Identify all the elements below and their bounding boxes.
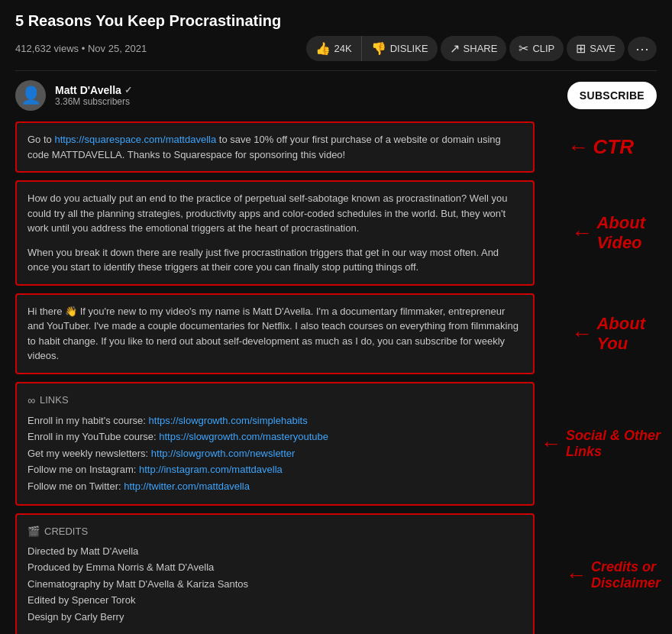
clip-label: CLIP	[532, 43, 554, 54]
upload-date: Nov 25, 2021	[88, 43, 147, 54]
link-item: Enroll in my habit's course: https://slo…	[27, 413, 522, 429]
about-video-box: How do you actually put an end to the pr…	[15, 180, 535, 286]
about-video-wrapper: How do you actually put an end to the pr…	[15, 180, 535, 286]
clip-button[interactable]: ✂ CLIP	[509, 36, 564, 61]
avatar[interactable]: 👤	[15, 80, 46, 111]
clapperboard-icon: 🎬	[27, 524, 40, 539]
channel-info-left: 👤 Matt D'Avella ✓ 3.36M subscribers	[15, 80, 132, 111]
about-you-label-line2: You	[596, 334, 645, 354]
link-url[interactable]: http://instagram.com/mattdavella	[139, 464, 283, 475]
verified-icon: ✓	[124, 85, 132, 95]
about-you-label-line1: About	[596, 314, 645, 334]
video-meta: 412,632 views • Nov 25, 2021	[15, 43, 147, 54]
about-you-wrapper: Hi there 👋 If you're new to my video's m…	[15, 293, 535, 374]
about-video-label-line1: About	[596, 213, 645, 233]
about-you-arrow-icon: ←	[570, 322, 592, 346]
links-label-line1: Social & Other	[566, 428, 661, 444]
share-button[interactable]: ↗ SHARE	[441, 36, 507, 61]
channel-info: Matt D'Avella ✓ 3.36M subscribers	[55, 84, 132, 107]
save-button[interactable]: ⊞ SAVE	[567, 36, 625, 61]
view-count: 412,632 views	[15, 43, 79, 54]
links-section-box: ∞ LINKS Enroll in my habit's course: htt…	[15, 382, 535, 506]
about-you-label: ← About You	[570, 314, 645, 354]
more-icon: ⋯	[635, 41, 649, 57]
share-label: SHARE	[464, 43, 498, 54]
video-title: 5 Reasons You Keep Procrastinating	[15, 12, 657, 30]
ctr-label-text: CTR	[593, 135, 634, 159]
share-icon: ↗	[450, 41, 460, 56]
credit-item: Edited by Spencer Torok	[27, 593, 522, 608]
thumbs-down-icon: 👎	[371, 41, 386, 56]
thumbs-up-icon: 👍	[315, 41, 331, 56]
meta-bar: 412,632 views • Nov 25, 2021 👍 24K 👎 DIS…	[15, 36, 657, 61]
link-prefix: Enroll in my habit's course:	[27, 415, 149, 426]
link-item: Get my weekly newsletters: http://slowgr…	[27, 446, 522, 461]
credit-item: Produced by Emma Norris & Matt D'Avella	[27, 560, 522, 575]
avatar-placeholder: 👤	[21, 86, 41, 105]
about-video-p2: When you break it down there are really …	[27, 245, 522, 275]
about-video-label-line2: Video	[596, 233, 645, 253]
dot-separator: •	[82, 43, 86, 54]
dislike-label: DISLIKE	[390, 43, 428, 54]
credits-section-box: 🎬 CREDITS Directed by Matt D'AvellaProdu…	[15, 513, 535, 634]
credits-header: 🎬 CREDITS	[27, 524, 522, 539]
link-item: Enroll in my YouTube course: https://slo…	[27, 429, 522, 445]
subscribe-button[interactable]: SUBSCRIBE	[567, 82, 657, 109]
credit-item: Directed by Matt D'Avella	[27, 544, 522, 559]
links-label: ← Social & Other Links	[540, 428, 661, 460]
link-prefix: Get my weekly newsletters:	[27, 448, 151, 459]
credits-label-line1: Credits or	[591, 559, 661, 575]
links-section-wrapper: ∞ LINKS Enroll in my habit's course: htt…	[15, 382, 535, 506]
credits-arrow-icon: ←	[565, 563, 586, 587]
dislike-button[interactable]: 👎 DISLIKE	[361, 36, 438, 61]
channel-name-text: Matt D'Avella	[55, 84, 121, 96]
chain-icon: ∞	[27, 393, 35, 409]
link-prefix: Enroll in my YouTube course:	[27, 431, 159, 442]
link-url[interactable]: https://slowgrowth.com/simplehabits	[149, 415, 308, 426]
link-url[interactable]: http://twitter.com/mattdavella	[124, 480, 250, 492]
about-you-text: Hi there 👋 If you're new to my video's m…	[27, 304, 522, 364]
ctr-label: ← CTR	[567, 135, 634, 160]
channel-row: 👤 Matt D'Avella ✓ 3.36M subscribers SUBS…	[15, 80, 657, 111]
more-button[interactable]: ⋯	[628, 37, 657, 61]
like-button[interactable]: 👍 24K	[306, 36, 361, 61]
like-dislike-group: 👍 24K 👎 DISLIKE	[306, 36, 438, 61]
link-url[interactable]: http://slowgrowth.com/newsletter	[151, 448, 296, 459]
ctr-section-box: Go to https://squarespace.com/mattdavell…	[15, 121, 535, 173]
link-prefix: Follow me on Instagram:	[27, 464, 139, 475]
link-url[interactable]: https://slowgrowth.com/masteryoutube	[159, 431, 328, 442]
link-item: Follow me on Instagram: http://instagram…	[27, 462, 522, 477]
credits-label: ← Credits or Disclaimer	[565, 559, 661, 591]
credits-label-line2: Disclaimer	[591, 575, 661, 591]
link-item: Follow me on Twitter: http://twitter.com…	[27, 479, 522, 494]
ctr-text-before: Go to	[27, 134, 54, 145]
ctr-arrow-icon: ←	[567, 135, 589, 160]
channel-name[interactable]: Matt D'Avella ✓	[55, 84, 132, 96]
squarespace-link[interactable]: https://squarespace.com/mattdavella	[54, 134, 216, 145]
like-count: 24K	[334, 43, 352, 54]
credit-item: Cinematography by Matt D'Avella & Kariza…	[27, 577, 522, 592]
subscriber-count: 3.36M subscribers	[55, 96, 132, 107]
ctr-section-wrapper: Go to https://squarespace.com/mattdavell…	[15, 121, 535, 173]
link-prefix: Follow me on Twitter:	[27, 480, 124, 492]
about-you-box: Hi there 👋 If you're new to my video's m…	[15, 293, 535, 374]
about-video-arrow-icon: ←	[570, 221, 592, 245]
divider	[15, 70, 657, 71]
credits-list: Directed by Matt D'AvellaProduced by Emm…	[27, 544, 522, 625]
credits-header-label: CREDITS	[44, 524, 88, 539]
about-video-p1: How do you actually put an end to the pr…	[27, 191, 522, 236]
links-header: ∞ LINKS	[27, 393, 522, 409]
save-icon: ⊞	[576, 41, 586, 56]
action-buttons: 👍 24K 👎 DISLIKE ↗ SHARE ✂ CLIP ⊞ SAVE	[306, 36, 657, 61]
about-video-label: ← About Video	[570, 213, 645, 253]
links-label-line2: Links	[566, 444, 661, 460]
links-header-label: LINKS	[40, 393, 69, 408]
links-arrow-icon: ←	[540, 432, 561, 456]
save-label: SAVE	[590, 43, 615, 54]
credit-item: Design by Carly Berry	[27, 610, 522, 625]
credits-section-wrapper: 🎬 CREDITS Directed by Matt D'AvellaProdu…	[15, 513, 535, 634]
clip-icon: ✂	[519, 41, 528, 56]
links-list: Enroll in my habit's course: https://slo…	[27, 413, 522, 494]
